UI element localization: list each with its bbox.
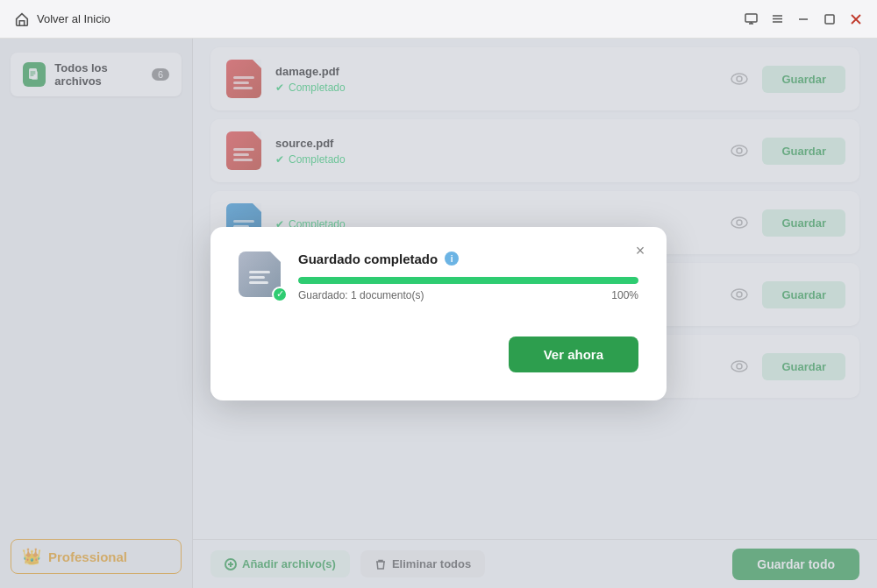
modal-check-badge: ✓: [272, 287, 288, 302]
save-complete-modal: × ✓ Guardado completado i: [210, 227, 667, 400]
progress-text: Guardado: 1 documento(s): [298, 289, 424, 301]
modal-footer: Ver ahora: [239, 337, 638, 372]
modal-close-button[interactable]: ×: [628, 239, 652, 264]
modal-icon-area: ✓ Guardado completado i Guardado: 1 docu…: [239, 251, 638, 301]
modal-overlay: × ✓ Guardado completado i: [0, 39, 877, 588]
titlebar-controls: [744, 12, 863, 26]
modal-info: Guardado completado i Guardado: 1 docume…: [298, 251, 638, 301]
titlebar: Volver al Inicio: [0, 0, 877, 39]
monitor-button[interactable]: [744, 12, 758, 26]
modal-body: ✓ Guardado completado i Guardado: 1 docu…: [239, 251, 638, 372]
modal-title: Guardado completado: [298, 251, 438, 266]
maximize-button[interactable]: [823, 12, 837, 26]
minimize-button[interactable]: [796, 12, 810, 26]
progress-label-row: Guardado: 1 documento(s) 100%: [298, 289, 638, 301]
close-button[interactable]: [849, 12, 863, 26]
svg-rect-1: [825, 15, 834, 24]
menu-button[interactable]: [770, 12, 784, 26]
home-icon: [14, 11, 30, 27]
modal-file-icon: ✓: [239, 251, 284, 301]
titlebar-title: Volver al Inicio: [37, 12, 111, 25]
progress-percent: 100%: [611, 289, 638, 301]
titlebar-left: Volver al Inicio: [14, 11, 111, 27]
progress-bar-fill: [298, 277, 638, 284]
progress-bar-track: [298, 277, 638, 284]
view-now-button[interactable]: Ver ahora: [509, 337, 638, 372]
info-icon[interactable]: i: [445, 251, 459, 266]
modal-title-row: Guardado completado i: [298, 251, 638, 266]
svg-rect-0: [745, 14, 757, 22]
